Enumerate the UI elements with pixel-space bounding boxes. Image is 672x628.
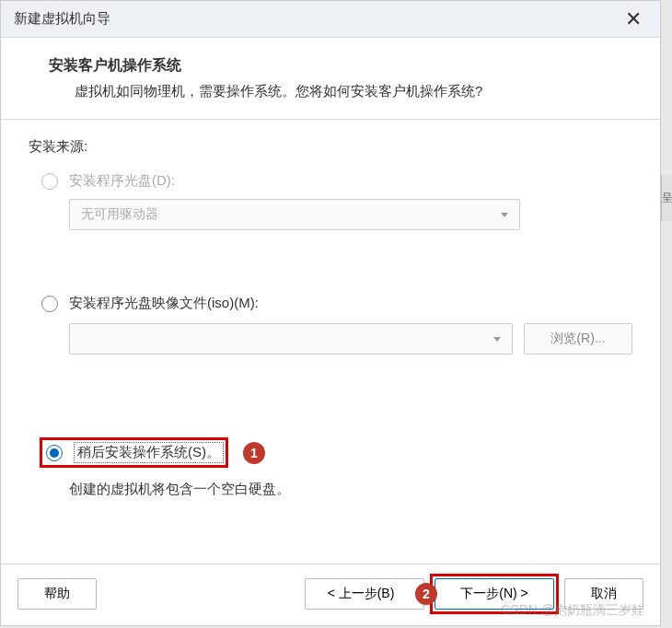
radio-later[interactable]	[46, 445, 63, 461]
back-label: < 上一步(B)	[328, 586, 395, 602]
annotation-marker-2: 2	[415, 583, 437, 605]
close-icon: ✕	[625, 7, 642, 31]
help-label: 帮助	[44, 586, 70, 602]
iso-path-dropdown[interactable]	[69, 323, 513, 355]
option-install-later-highlight: 稍后安装操作系统(S)。	[40, 437, 228, 468]
annotation-marker-1: 1	[243, 442, 265, 464]
radio-iso[interactable]	[41, 296, 58, 312]
cancel-button[interactable]: 取消	[564, 578, 643, 610]
chevron-down-icon	[501, 213, 508, 217]
browse-button: 浏览(R)...	[524, 323, 632, 355]
titlebar: 新建虚拟机向导 ✕	[1, 1, 660, 38]
source-label: 安装来源:	[29, 138, 632, 156]
later-description: 创建的虚拟机将包含一个空白硬盘。	[69, 481, 632, 498]
next-label: 下一步(N) >	[460, 586, 528, 602]
option-iso-label: 安装程序光盘映像文件(iso)(M):	[69, 295, 259, 312]
chevron-down-icon	[493, 337, 501, 342]
disc-drive-dropdown: 无可用驱动器	[69, 199, 520, 230]
wizard-header: 安装客户机操作系统 虚拟机如同物理机，需要操作系统。您将如何安装客户机操作系统?	[1, 38, 660, 120]
page-title: 安装客户机操作系统	[49, 56, 632, 76]
browse-label: 浏览(R)...	[550, 331, 605, 347]
edge-char: 呈	[662, 191, 673, 206]
help-button[interactable]: 帮助	[17, 578, 97, 610]
next-button-highlight: 下一步(N) >	[430, 574, 559, 614]
wizard-content: 安装来源: 安装程序光盘(D): 无可用驱动器 安装程序光盘映像文件(iso)(…	[1, 120, 660, 564]
option-iso-file[interactable]: 安装程序光盘映像文件(iso)(M):	[41, 295, 632, 312]
radio-disc	[41, 173, 58, 190]
wizard-footer: 帮助 < 上一步(B) 2 下一步(N) > 取消	[1, 564, 660, 625]
disc-drive-value: 无可用驱动器	[81, 206, 158, 223]
option-later-label[interactable]: 稍后安装操作系统(S)。	[74, 442, 224, 463]
wizard-dialog: 新建虚拟机向导 ✕ 安装客户机操作系统 虚拟机如同物理机，需要操作系统。您将如何…	[0, 0, 661, 626]
next-button[interactable]: 下一步(N) >	[434, 578, 554, 610]
page-subtitle: 虚拟机如同物理机，需要操作系统。您将如何安装客户机操作系统?	[49, 83, 632, 100]
back-button[interactable]: < 上一步(B)	[305, 578, 424, 610]
option-disc-label: 安装程序光盘(D):	[69, 172, 175, 190]
cancel-label: 取消	[591, 586, 617, 602]
window-title: 新建虚拟机向导	[14, 10, 110, 28]
background-panel-edge: 呈	[661, 175, 672, 221]
close-button[interactable]: ✕	[620, 6, 647, 33]
option-installer-disc: 安装程序光盘(D):	[41, 172, 632, 190]
